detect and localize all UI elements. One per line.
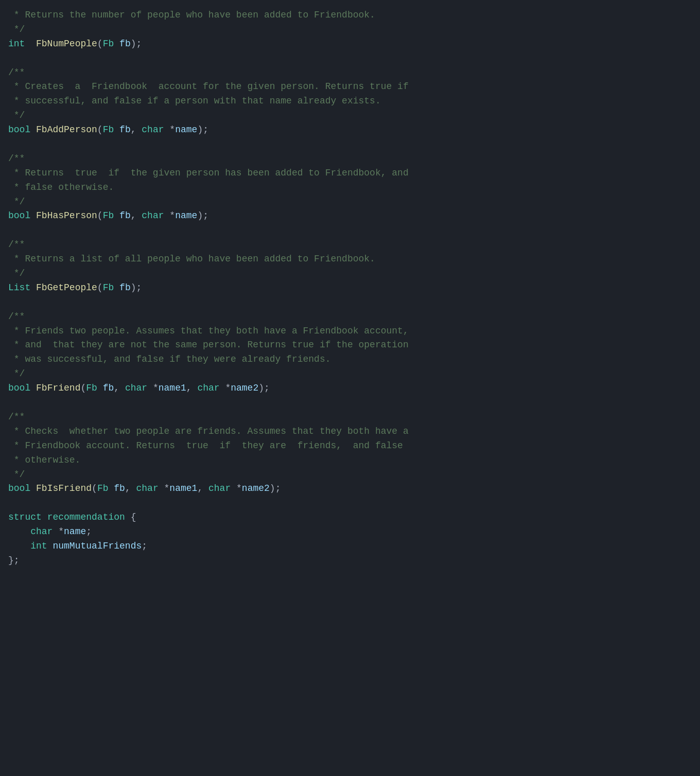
- code-line: [8, 496, 692, 510]
- code-line: * successful, and false if a person with…: [8, 94, 692, 109]
- token-punctuation: *: [236, 483, 242, 493]
- code-line: * was successful, and false if they were…: [8, 352, 692, 367]
- code-line: };: [8, 554, 692, 568]
- token-punctuation: ,: [131, 210, 142, 221]
- code-line: /**: [8, 238, 692, 252]
- token-keyword: char: [197, 383, 219, 393]
- token-plain: [8, 526, 30, 537]
- token-plain: [220, 383, 225, 393]
- code-line: * Returns a list of all people who have …: [8, 252, 692, 267]
- token-func-name: FbAddPerson: [36, 125, 97, 135]
- token-param-name: fb: [103, 383, 114, 393]
- token-punctuation: *: [153, 383, 159, 393]
- token-comment: * Checks whether two people are friends.…: [8, 426, 409, 436]
- token-comment: /**: [8, 67, 25, 78]
- token-comment: * Returns a list of all people who have …: [8, 254, 375, 264]
- code-line: struct recommendation {: [8, 510, 692, 525]
- token-punctuation: (: [97, 125, 103, 135]
- token-param-name: fb: [119, 210, 131, 221]
- token-func-name: FbGetPeople: [36, 283, 97, 293]
- code-line: [8, 295, 692, 310]
- token-plain: [30, 210, 36, 221]
- code-line: List FbGetPeople(Fb fb);: [8, 281, 692, 295]
- token-keyword: char: [142, 125, 164, 135]
- token-punctuation: *: [164, 483, 170, 493]
- code-line: /**: [8, 66, 692, 80]
- token-plain: [164, 125, 170, 135]
- token-comment: * Friendbook account. Returns true if th…: [8, 440, 403, 451]
- token-plain: [42, 512, 47, 522]
- token-plain: [52, 526, 58, 537]
- token-comment: */: [8, 368, 25, 379]
- token-punctuation: ,: [125, 483, 136, 493]
- token-plain: [114, 125, 119, 135]
- token-comment: */: [8, 268, 25, 278]
- code-line: /**: [8, 410, 692, 425]
- token-comment: /**: [8, 311, 25, 322]
- code-line: [8, 51, 692, 66]
- token-keyword: char: [30, 526, 52, 537]
- token-plain: [147, 383, 153, 393]
- token-func-name: FbFriend: [36, 383, 80, 393]
- code-line: [8, 137, 692, 152]
- token-punctuation: ,: [131, 125, 142, 135]
- token-plain: [47, 541, 53, 551]
- token-punctuation: (: [80, 383, 86, 393]
- code-line: */: [8, 468, 692, 482]
- token-keyword: char: [136, 483, 159, 493]
- token-comment: */: [8, 469, 25, 480]
- code-line: * false otherwise.: [8, 181, 692, 195]
- token-keyword: List: [8, 283, 30, 293]
- token-punctuation: *: [169, 210, 175, 221]
- token-param-name: name2: [242, 483, 270, 493]
- code-line: [8, 223, 692, 238]
- token-keyword: char: [142, 210, 164, 221]
- code-line: */: [8, 267, 692, 281]
- token-func-name: FbNumPeople: [36, 39, 97, 49]
- token-param-type: Fb: [103, 39, 114, 49]
- code-line: * Returns true if the given person has b…: [8, 166, 692, 181]
- code-line: */: [8, 23, 692, 37]
- token-punctuation: ,: [114, 383, 125, 393]
- token-punctuation: ;: [86, 526, 92, 537]
- code-line: bool FbAddPerson(Fb fb, char *name);: [8, 123, 692, 137]
- token-comment: * Friends two people. Assumes that they …: [8, 326, 409, 336]
- token-plain: [97, 383, 103, 393]
- token-plain: [25, 39, 36, 49]
- code-line: char *name;: [8, 525, 692, 539]
- code-line: /**: [8, 310, 692, 324]
- token-param-type: Fb: [103, 125, 114, 135]
- token-punctuation: );: [131, 39, 142, 49]
- token-param-name: fb: [119, 283, 131, 293]
- token-keyword: bool: [8, 383, 30, 393]
- token-param-type: Fb: [97, 483, 109, 493]
- token-param-name: name1: [159, 383, 186, 393]
- token-plain: [231, 483, 236, 493]
- token-punctuation: );: [131, 283, 142, 293]
- token-param-name: name1: [169, 483, 197, 493]
- code-line: * Creates a Friendbook account for the g…: [8, 80, 692, 94]
- token-keyword: int: [30, 541, 47, 551]
- code-line: /**: [8, 152, 692, 166]
- code-line: bool FbHasPerson(Fb fb, char *name);: [8, 209, 692, 223]
- token-punctuation: *: [225, 383, 231, 393]
- token-comment: */: [8, 24, 25, 34]
- token-comment: * was successful, and false if they were…: [8, 354, 331, 364]
- token-plain: [30, 383, 36, 393]
- token-comment: * Returns true if the given person has b…: [8, 168, 409, 178]
- token-punctuation: ,: [186, 383, 198, 393]
- token-keyword: int: [8, 39, 25, 49]
- token-plain: [114, 210, 119, 221]
- code-line: */: [8, 367, 692, 381]
- token-plain: [114, 283, 119, 293]
- token-comment: /**: [8, 412, 25, 422]
- token-punctuation: (: [97, 283, 103, 293]
- code-line: * otherwise.: [8, 453, 692, 468]
- token-keyword: char: [125, 383, 147, 393]
- token-punctuation: *: [169, 125, 175, 135]
- token-keyword: bool: [8, 125, 30, 135]
- token-comment: * otherwise.: [8, 455, 80, 465]
- token-plain: [159, 483, 164, 493]
- code-line: * and that they are not the same person.…: [8, 338, 692, 352]
- token-punctuation: };: [8, 555, 20, 566]
